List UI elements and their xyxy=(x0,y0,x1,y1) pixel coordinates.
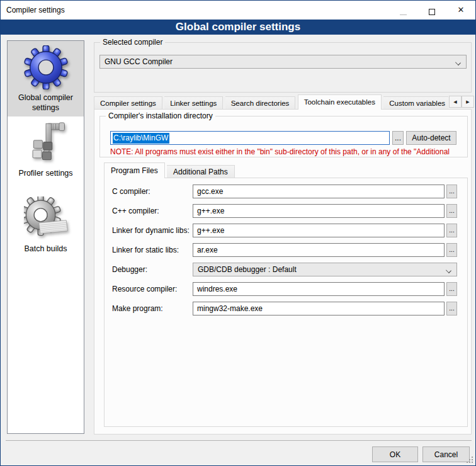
gray-gear-stack-icon xyxy=(24,196,68,241)
sidebar-item-global-compiler-settings[interactable]: Global compiler settings xyxy=(8,41,84,116)
tab-scroll-arrows: ◀▶ xyxy=(449,96,474,108)
debugger-row: Debugger: GDB/CDB debugger : Default xyxy=(105,263,467,276)
debugger-select-value: GDB/CDB debugger : Default xyxy=(198,265,297,274)
static-linker-input[interactable] xyxy=(193,243,445,257)
cpp-compiler-browse-button[interactable]: ... xyxy=(446,204,457,218)
toolchain-executables-page: Compiler's installation directory C:\ray… xyxy=(94,109,472,435)
program-files-tab-strip: Program Files Additional Paths xyxy=(104,162,235,178)
chevron-down-icon xyxy=(455,60,461,65)
field-label: Make program: xyxy=(112,304,163,313)
selected-path-text: C:\raylib\MinGW xyxy=(113,133,169,144)
cpp-compiler-row: C++ compiler: ... xyxy=(105,204,467,218)
cancel-button[interactable]: Cancel xyxy=(422,446,470,462)
c-compiler-input[interactable] xyxy=(193,185,445,198)
make-program-input[interactable] xyxy=(193,302,445,315)
field-label: Linker for dynamic libs: xyxy=(112,226,190,235)
bin-subdirectory-note: NOTE: All programs must exist either in … xyxy=(110,147,467,156)
installation-directory-input[interactable]: C:\raylib\MinGW xyxy=(110,131,390,145)
tab-toolchain-executables[interactable]: Toolchain executables xyxy=(298,94,382,110)
minimize-icon xyxy=(400,14,407,15)
tab-custom-variables[interactable]: Custom variables xyxy=(383,96,448,110)
compiler-select[interactable]: GNU GCC Compiler xyxy=(99,55,467,69)
field-label: C compiler: xyxy=(112,187,150,196)
sidebar-item-label: Profiler settings xyxy=(16,169,75,179)
c-compiler-row: C compiler: ... xyxy=(105,185,467,198)
tab-program-files[interactable]: Program Files xyxy=(104,162,165,178)
chevron-down-icon xyxy=(446,268,451,273)
window-title: Compiler settings xyxy=(6,1,65,20)
field-label: Debugger: xyxy=(112,265,147,274)
program-files-page: C compiler: ... C++ compiler: ... Linker… xyxy=(104,178,468,427)
static-linker-row: Linker for static libs: ... xyxy=(105,243,467,257)
page-title: Global compiler settings xyxy=(1,20,475,35)
static-linker-browse-button[interactable]: ... xyxy=(446,243,457,257)
selected-compiler-group: Selected compiler GNU GCC Compiler Set a… xyxy=(94,42,472,93)
maximize-icon xyxy=(429,9,435,15)
tab-scroll-right-icon[interactable]: ▶ xyxy=(462,96,474,108)
tab-compiler-settings[interactable]: Compiler settings xyxy=(94,96,162,110)
sidebar-item-batch-builds[interactable]: Batch builds xyxy=(8,192,84,268)
auto-detect-button[interactable]: Auto-detect xyxy=(406,131,456,145)
make-program-row: Make program: ... xyxy=(105,302,467,315)
tab-linker-settings[interactable]: Linker settings xyxy=(164,96,223,110)
ok-button[interactable]: OK xyxy=(372,446,418,462)
caliper-icon xyxy=(24,121,68,165)
dynamic-linker-input[interactable] xyxy=(193,224,445,237)
tab-scroll-left-icon[interactable]: ◀ xyxy=(449,96,462,108)
browse-directory-button[interactable]: ... xyxy=(392,131,404,145)
group-label: Selected compiler xyxy=(100,38,165,47)
dynamic-linker-row: Linker for dynamic libs: ... xyxy=(105,224,467,237)
settings-tab-strip: Compiler settings Linker settings Search… xyxy=(94,94,448,110)
settings-category-list: Global compiler settings Profiler settin… xyxy=(7,40,84,434)
c-compiler-browse-button[interactable]: ... xyxy=(446,185,457,198)
cpp-compiler-input[interactable] xyxy=(193,204,445,218)
resource-compiler-row: Resource compiler: ... xyxy=(105,282,467,296)
sidebar-item-label: Global compiler settings xyxy=(8,93,84,113)
maximize-button[interactable] xyxy=(417,1,446,19)
compiler-select-value: GNU GCC Compiler xyxy=(105,57,173,66)
tab-search-directories[interactable]: Search directories xyxy=(225,96,296,110)
debugger-select[interactable]: GDB/CDB debugger : Default xyxy=(193,263,457,276)
footer-divider xyxy=(6,440,472,441)
resource-compiler-browse-button[interactable]: ... xyxy=(446,282,457,296)
resource-compiler-input[interactable] xyxy=(193,282,445,296)
field-label: Resource compiler: xyxy=(112,285,177,293)
compiler-settings-window: Compiler settings ✕ Global compiler sett… xyxy=(0,0,476,466)
minimize-button[interactable] xyxy=(388,1,417,19)
resize-grip[interactable] xyxy=(466,456,473,463)
group-label: Compiler's installation directory xyxy=(106,111,215,120)
field-label: Linker for static libs: xyxy=(112,246,179,254)
sidebar-item-profiler-settings[interactable]: Profiler settings xyxy=(8,116,84,192)
installation-directory-group: Compiler's installation directory C:\ray… xyxy=(99,116,468,157)
title-bar: Compiler settings ✕ xyxy=(1,1,475,20)
blue-gear-icon xyxy=(24,45,68,89)
close-button[interactable]: ✕ xyxy=(446,1,475,19)
dynamic-linker-browse-button[interactable]: ... xyxy=(446,224,457,237)
close-icon: ✕ xyxy=(458,5,465,14)
tab-additional-paths[interactable]: Additional Paths xyxy=(167,165,235,178)
make-program-browse-button[interactable]: ... xyxy=(446,302,457,315)
sidebar-item-label: Batch builds xyxy=(21,244,69,254)
field-label: C++ compiler: xyxy=(112,207,159,215)
